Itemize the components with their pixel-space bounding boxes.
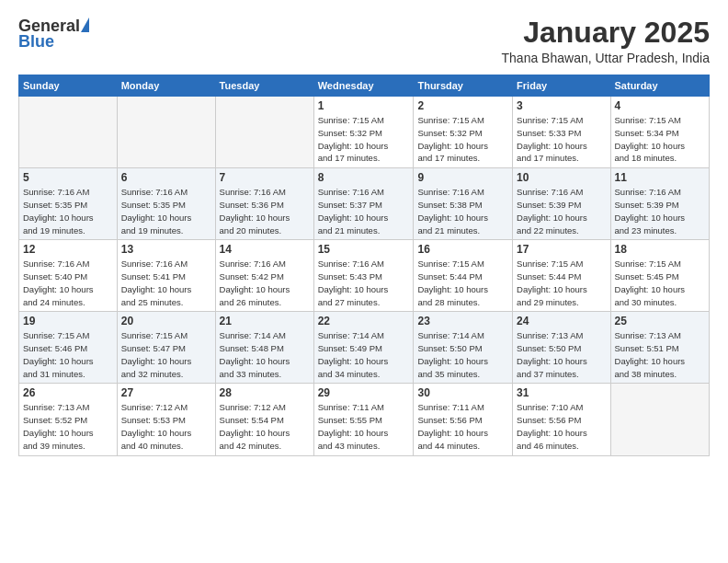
- calendar-day-cell: 9Sunrise: 7:16 AMSunset: 5:38 PMDaylight…: [414, 168, 513, 240]
- calendar-day-cell: 2Sunrise: 7:15 AMSunset: 5:32 PMDaylight…: [414, 97, 513, 168]
- calendar-day-cell: 27Sunrise: 7:12 AMSunset: 5:53 PMDayligh…: [117, 384, 215, 455]
- calendar-day-cell: 4Sunrise: 7:15 AMSunset: 5:34 PMDaylight…: [610, 97, 709, 168]
- day-number: 13: [121, 243, 211, 256]
- calendar-day-cell: 1Sunrise: 7:15 AMSunset: 5:32 PMDaylight…: [313, 97, 414, 168]
- day-info: Sunrise: 7:16 AMSunset: 5:41 PMDaylight:…: [121, 258, 211, 308]
- calendar-day-cell: 13Sunrise: 7:16 AMSunset: 5:41 PMDayligh…: [117, 240, 215, 312]
- calendar-day-cell: 23Sunrise: 7:14 AMSunset: 5:50 PMDayligh…: [414, 312, 513, 384]
- calendar-table: SundayMondayTuesdayWednesdayThursdayFrid…: [18, 75, 710, 455]
- day-number: 30: [417, 386, 508, 399]
- day-number: 3: [517, 99, 606, 112]
- day-info: Sunrise: 7:16 AMSunset: 5:38 PMDaylight:…: [417, 186, 508, 236]
- calendar-day-cell: 19Sunrise: 7:15 AMSunset: 5:46 PMDayligh…: [19, 312, 118, 384]
- day-info: Sunrise: 7:16 AMSunset: 5:39 PMDaylight:…: [517, 186, 606, 236]
- day-info: Sunrise: 7:15 AMSunset: 5:33 PMDaylight:…: [517, 114, 606, 165]
- day-info: Sunrise: 7:15 AMSunset: 5:46 PMDaylight:…: [23, 329, 113, 380]
- calendar-day-cell: 16Sunrise: 7:15 AMSunset: 5:44 PMDayligh…: [414, 240, 513, 312]
- calendar-day-cell: 17Sunrise: 7:15 AMSunset: 5:44 PMDayligh…: [513, 240, 610, 312]
- day-number: 22: [318, 315, 410, 327]
- calendar-day-cell: 6Sunrise: 7:16 AMSunset: 5:35 PMDaylight…: [117, 168, 215, 240]
- weekday-header: Monday: [117, 75, 215, 97]
- day-info: Sunrise: 7:15 AMSunset: 5:44 PMDaylight:…: [517, 258, 606, 308]
- day-number: 27: [121, 386, 211, 399]
- day-number: 25: [615, 315, 705, 327]
- calendar-day-cell: 30Sunrise: 7:11 AMSunset: 5:56 PMDayligh…: [414, 384, 513, 455]
- day-info: Sunrise: 7:12 AMSunset: 5:54 PMDaylight:…: [220, 401, 310, 452]
- day-number: 31: [517, 386, 606, 399]
- day-info: Sunrise: 7:10 AMSunset: 5:56 PMDaylight:…: [517, 401, 606, 452]
- calendar-day-cell: [215, 97, 313, 168]
- day-number: 24: [517, 315, 606, 327]
- day-info: Sunrise: 7:15 AMSunset: 5:45 PMDaylight:…: [615, 258, 705, 308]
- calendar-week-row: 26Sunrise: 7:13 AMSunset: 5:52 PMDayligh…: [19, 384, 710, 455]
- day-number: 9: [417, 171, 508, 184]
- day-number: 2: [417, 99, 508, 112]
- month-title: January 2025: [502, 17, 710, 49]
- day-info: Sunrise: 7:15 AMSunset: 5:32 PMDaylight:…: [318, 114, 410, 165]
- calendar-day-cell: 24Sunrise: 7:13 AMSunset: 5:50 PMDayligh…: [513, 312, 610, 384]
- day-info: Sunrise: 7:16 AMSunset: 5:39 PMDaylight:…: [615, 186, 705, 236]
- calendar-day-cell: 15Sunrise: 7:16 AMSunset: 5:43 PMDayligh…: [313, 240, 414, 312]
- calendar-day-cell: 11Sunrise: 7:16 AMSunset: 5:39 PMDayligh…: [610, 168, 709, 240]
- day-number: 5: [23, 171, 113, 184]
- day-number: 4: [615, 99, 705, 112]
- calendar-day-cell: 5Sunrise: 7:16 AMSunset: 5:35 PMDaylight…: [19, 168, 118, 240]
- calendar-week-row: 5Sunrise: 7:16 AMSunset: 5:35 PMDaylight…: [19, 168, 710, 240]
- calendar-day-cell: [610, 384, 709, 455]
- day-number: 23: [417, 315, 508, 327]
- calendar-week-row: 1Sunrise: 7:15 AMSunset: 5:32 PMDaylight…: [19, 97, 710, 168]
- calendar-day-cell: 8Sunrise: 7:16 AMSunset: 5:37 PMDaylight…: [313, 168, 414, 240]
- calendar-day-cell: 20Sunrise: 7:15 AMSunset: 5:47 PMDayligh…: [117, 312, 215, 384]
- calendar-day-cell: 22Sunrise: 7:14 AMSunset: 5:49 PMDayligh…: [313, 312, 414, 384]
- logo: General Blue: [18, 17, 89, 52]
- day-info: Sunrise: 7:16 AMSunset: 5:35 PMDaylight:…: [23, 186, 113, 236]
- day-info: Sunrise: 7:16 AMSunset: 5:36 PMDaylight:…: [220, 186, 310, 236]
- day-info: Sunrise: 7:13 AMSunset: 5:50 PMDaylight:…: [517, 329, 606, 380]
- page-header: General Blue January 2025 Thana Bhawan, …: [18, 17, 710, 65]
- calendar-day-cell: 26Sunrise: 7:13 AMSunset: 5:52 PMDayligh…: [19, 384, 118, 455]
- day-info: Sunrise: 7:15 AMSunset: 5:34 PMDaylight:…: [615, 114, 705, 165]
- calendar-day-cell: [19, 97, 118, 168]
- day-number: 29: [318, 386, 410, 399]
- calendar-page: General Blue January 2025 Thana Bhawan, …: [0, 0, 728, 563]
- day-number: 15: [318, 243, 410, 256]
- calendar-day-cell: 10Sunrise: 7:16 AMSunset: 5:39 PMDayligh…: [513, 168, 610, 240]
- weekday-header-row: SundayMondayTuesdayWednesdayThursdayFrid…: [19, 75, 710, 97]
- day-info: Sunrise: 7:14 AMSunset: 5:49 PMDaylight:…: [318, 329, 410, 380]
- day-info: Sunrise: 7:13 AMSunset: 5:52 PMDaylight:…: [23, 401, 113, 452]
- location-title: Thana Bhawan, Uttar Pradesh, India: [502, 51, 710, 65]
- calendar-day-cell: 7Sunrise: 7:16 AMSunset: 5:36 PMDaylight…: [215, 168, 313, 240]
- day-info: Sunrise: 7:16 AMSunset: 5:43 PMDaylight:…: [318, 258, 410, 308]
- day-number: 7: [220, 171, 310, 184]
- day-info: Sunrise: 7:11 AMSunset: 5:56 PMDaylight:…: [417, 401, 508, 452]
- day-info: Sunrise: 7:16 AMSunset: 5:35 PMDaylight:…: [121, 186, 211, 236]
- day-number: 28: [220, 386, 310, 399]
- calendar-day-cell: 29Sunrise: 7:11 AMSunset: 5:55 PMDayligh…: [313, 384, 414, 455]
- day-info: Sunrise: 7:15 AMSunset: 5:44 PMDaylight:…: [417, 258, 508, 308]
- day-info: Sunrise: 7:15 AMSunset: 5:47 PMDaylight:…: [121, 329, 211, 380]
- day-number: 12: [23, 243, 113, 256]
- weekday-header: Wednesday: [313, 75, 414, 97]
- title-section: January 2025 Thana Bhawan, Uttar Pradesh…: [502, 17, 710, 65]
- day-number: 1: [318, 99, 410, 112]
- day-info: Sunrise: 7:13 AMSunset: 5:51 PMDaylight:…: [615, 329, 705, 380]
- day-number: 6: [121, 171, 211, 184]
- weekday-header: Sunday: [19, 75, 118, 97]
- day-number: 8: [318, 171, 410, 184]
- day-number: 18: [615, 243, 705, 256]
- day-info: Sunrise: 7:11 AMSunset: 5:55 PMDaylight:…: [318, 401, 410, 452]
- weekday-header: Tuesday: [215, 75, 313, 97]
- day-number: 26: [23, 386, 113, 399]
- day-number: 11: [615, 171, 705, 184]
- day-info: Sunrise: 7:14 AMSunset: 5:50 PMDaylight:…: [417, 329, 508, 380]
- weekday-header: Thursday: [414, 75, 513, 97]
- calendar-day-cell: 25Sunrise: 7:13 AMSunset: 5:51 PMDayligh…: [610, 312, 709, 384]
- logo-triangle-icon: [81, 17, 89, 32]
- day-info: Sunrise: 7:14 AMSunset: 5:48 PMDaylight:…: [220, 329, 310, 380]
- day-info: Sunrise: 7:16 AMSunset: 5:40 PMDaylight:…: [23, 258, 113, 308]
- calendar-day-cell: 31Sunrise: 7:10 AMSunset: 5:56 PMDayligh…: [513, 384, 610, 455]
- day-info: Sunrise: 7:16 AMSunset: 5:37 PMDaylight:…: [318, 186, 410, 236]
- calendar-week-row: 12Sunrise: 7:16 AMSunset: 5:40 PMDayligh…: [19, 240, 710, 312]
- weekday-header: Saturday: [610, 75, 709, 97]
- day-number: 19: [23, 315, 113, 327]
